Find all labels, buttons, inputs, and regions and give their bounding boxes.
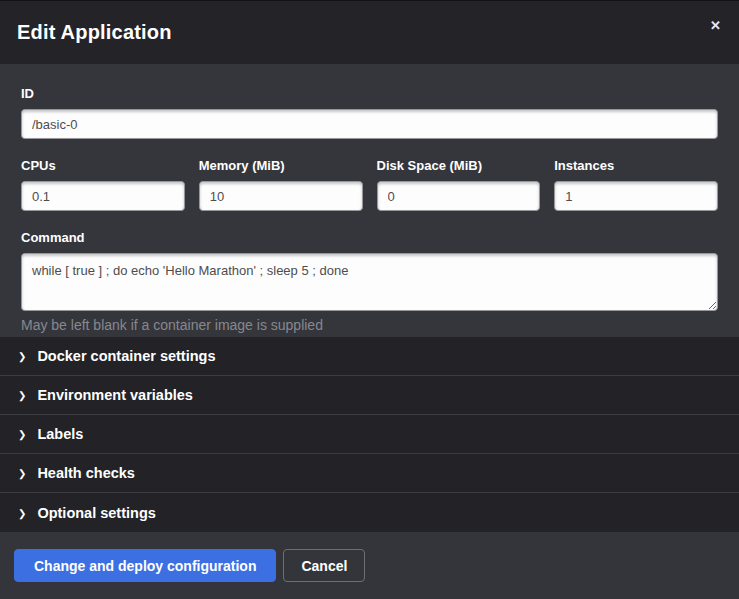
cpus-field-group: CPUs <box>21 158 185 211</box>
id-label: ID <box>21 86 718 101</box>
chevron-right-icon: ❯ <box>18 508 26 518</box>
command-label: Command <box>21 230 718 245</box>
section-optional-settings[interactable]: ❯ Optional settings <box>0 493 739 532</box>
section-label: Docker container settings <box>37 348 215 364</box>
instances-label: Instances <box>554 158 718 173</box>
cpus-input[interactable] <box>21 181 185 211</box>
id-input[interactable] <box>21 109 718 139</box>
cancel-button[interactable]: Cancel <box>283 549 365 582</box>
modal-footer: Change and deploy configuration Cancel <box>0 532 739 599</box>
disk-field-group: Disk Space (MiB) <box>377 158 541 211</box>
memory-input[interactable] <box>199 181 363 211</box>
command-field-group: Command while [ true ] ; do echo 'Hello … <box>21 230 718 333</box>
chevron-right-icon: ❯ <box>18 391 26 401</box>
resources-row: CPUs Memory (MiB) Disk Space (MiB) Insta… <box>21 158 718 211</box>
instances-input[interactable] <box>554 181 718 211</box>
section-health-checks[interactable]: ❯ Health checks <box>0 454 739 493</box>
section-label: Health checks <box>37 465 135 481</box>
section-label: Environment variables <box>37 387 193 403</box>
change-and-deploy-button[interactable]: Change and deploy configuration <box>14 549 276 582</box>
memory-field-group: Memory (MiB) <box>199 158 363 211</box>
edit-application-form: ID CPUs Memory (MiB) Disk Space (MiB) In… <box>0 64 739 337</box>
cpus-label: CPUs <box>21 158 185 173</box>
disk-input[interactable] <box>377 181 541 211</box>
edit-application-modal: Edit Application ✕ ID CPUs Memory (MiB) … <box>0 0 739 599</box>
section-label: Optional settings <box>37 505 155 521</box>
chevron-right-icon: ❯ <box>18 352 26 362</box>
close-icon[interactable]: ✕ <box>707 16 724 35</box>
disk-label: Disk Space (MiB) <box>377 158 541 173</box>
instances-field-group: Instances <box>554 158 718 211</box>
command-help-text: May be left blank if a container image i… <box>21 317 718 333</box>
section-environment-variables[interactable]: ❯ Environment variables <box>0 376 739 415</box>
id-field-group: ID <box>21 86 718 139</box>
modal-title: Edit Application <box>17 21 172 44</box>
modal-header: Edit Application ✕ <box>0 1 739 64</box>
command-textarea[interactable]: while [ true ] ; do echo 'Hello Marathon… <box>21 253 718 311</box>
accordion-sections: ❯ Docker container settings ❯ Environmen… <box>0 337 739 532</box>
section-label: Labels <box>37 426 83 442</box>
chevron-right-icon: ❯ <box>18 430 26 440</box>
memory-label: Memory (MiB) <box>199 158 363 173</box>
section-labels[interactable]: ❯ Labels <box>0 415 739 454</box>
chevron-right-icon: ❯ <box>18 469 26 479</box>
section-docker-container-settings[interactable]: ❯ Docker container settings <box>0 337 739 376</box>
